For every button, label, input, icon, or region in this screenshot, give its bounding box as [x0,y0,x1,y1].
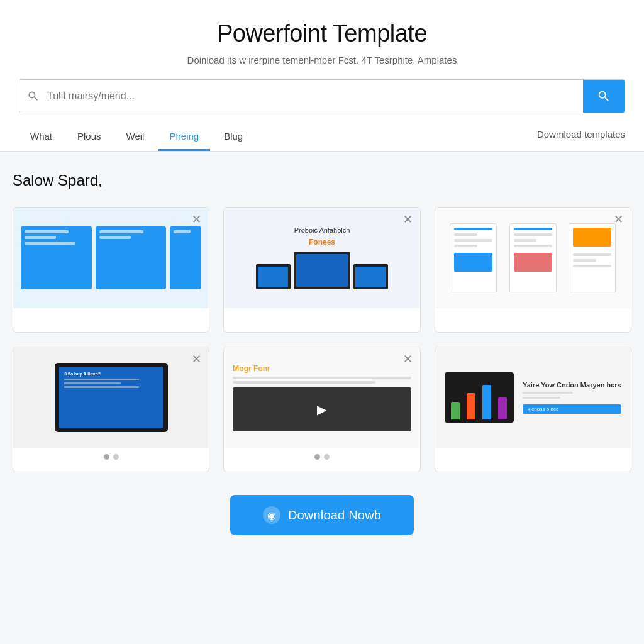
doc-col-1 [450,223,497,292]
doc-line [454,228,492,230]
card-5-dots [224,448,419,466]
doc-col-2 [509,223,557,292]
laptop-outer: 0.5o bup A llovn? [55,363,168,432]
nav-tabs: What Plous Weil Pheing Blug Dowmload tem… [13,125,631,151]
doc-col-3 [569,223,616,292]
template-card-4[interactable]: ✕ 0.5o bup A llovn? [13,347,209,472]
bar-green [451,402,460,419]
card-4-close-button[interactable]: ✕ [192,353,201,365]
search-input[interactable] [47,82,583,111]
mini-slide-1 [21,226,92,289]
card-2-close-button[interactable]: ✕ [403,214,413,225]
slide-bar [99,236,131,239]
tab-weil[interactable]: Weil [115,125,156,151]
section-title: Salow Spard, [13,172,631,189]
mini-slide-3 [170,226,201,289]
monitor-screen [296,254,348,287]
download-button-wrap: ◉ Download Nowb [13,495,631,535]
laptop-bar [64,379,139,380]
page-title: Powerfoint Template [13,20,631,47]
card5-line [233,377,411,379]
template-card-1[interactable]: ✕ [13,207,209,333]
laptop-bar [64,382,120,384]
doc-line [573,265,611,267]
doc-line [573,253,611,256]
card-6-text: Yaire Yow Cndon Maryen hcrs k.cnoris 5 o… [523,381,621,414]
template-card-5[interactable]: ✕ Mogr Fonr ▶ [223,347,420,472]
bar-blue [482,385,491,419]
mini-slide-2 [96,226,167,289]
template-card-3[interactable]: ✕ [435,207,631,333]
card-6-preview: Yaire Yow Cndon Maryen hcrs k.cnoris 5 o… [435,347,631,448]
card-6-btn: k.cnoris 5 occ [523,404,621,414]
template-card-6[interactable]: Yaire Yow Cndon Maryen hcrs k.cnoris 5 o… [435,347,631,472]
tab-what[interactable]: What [19,125,64,151]
laptop-screen-text: 0.5o bup A llovn? [64,372,158,376]
monitor-group [256,252,388,289]
monitor-main [294,252,350,289]
card-2-brand: Fonees [309,238,335,247]
card-5-close-button[interactable]: ✕ [403,353,413,365]
card-2-top-text: Proboic Anfaholcn [294,226,350,234]
doc-line [573,259,596,262]
card-4-preview: 0.5o bup A llovn? [13,347,209,448]
dot [113,454,119,460]
download-now-button[interactable]: ◉ Download Nowb [230,495,414,535]
bar-purple [498,397,507,419]
bar-orange [467,393,475,419]
bar-chart-monitor [445,372,514,423]
monitor-small-2 [353,264,388,289]
slide-bar [25,236,56,239]
doc-img-top [573,228,611,247]
search-bar [19,79,625,113]
card-2-preview: Proboic Anfaholcn Fonees [224,208,419,308]
search-icon [19,90,47,103]
card-3-close-button[interactable]: ✕ [614,214,623,225]
page-subtitle: Doinload its w irerpine temenl-mper Fcst… [13,55,631,65]
search-button[interactable] [583,80,625,113]
doc-line [514,233,552,236]
doc-line [514,228,552,230]
dot [324,454,330,460]
card-5-preview: Mogr Fonr ▶ [224,347,419,448]
slide-bar [174,230,191,233]
card6-line [523,397,560,399]
slide-bar [25,242,75,245]
doc-img-box-red [514,253,552,272]
monitor-small-screen [258,267,288,287]
laptop-bar [64,386,139,388]
tab-pheing[interactable]: Pheing [158,125,210,151]
dot [104,454,109,460]
doc-line [514,245,552,247]
monitor-small-screen-2 [355,267,386,287]
doc-line [454,239,492,242]
card6-line [523,392,573,394]
doc-line [514,239,537,242]
card-6-title: Yaire Yow Cndon Maryen hcrs [523,381,621,389]
doc-line [454,233,477,236]
main-content: Salow Spard, ✕ ✕ [0,152,644,554]
tab-blug[interactable]: Blug [213,125,254,151]
doc-img-box [454,253,492,272]
nav-download-link[interactable]: Dowmload templates [537,129,625,147]
card-5-title: Mogr Fonr [233,364,411,373]
doc-line [454,245,477,247]
card-5-video: ▶ [233,387,411,431]
download-btn-label: Download Nowb [288,508,381,523]
card-4-dots [13,448,209,466]
card-1-close-button[interactable]: ✕ [192,214,201,225]
card-1-preview [13,208,209,308]
slide-bar [25,230,69,233]
download-btn-icon: ◉ [263,506,280,524]
dot [314,454,320,460]
monitor-small [256,264,291,289]
laptop-screen: 0.5o bup A llovn? [59,367,163,428]
card-3-preview [435,208,631,308]
card-5-text-lines [233,377,411,384]
slide-bar [99,230,143,233]
template-grid: ✕ ✕ Proboic Anfaholcn [13,207,631,472]
card5-line [233,381,375,384]
header: Powerfoint Template Doinload its w irerp… [0,0,644,152]
template-card-2[interactable]: ✕ Proboic Anfaholcn Fonees [223,207,420,333]
tab-plous[interactable]: Plous [66,125,113,151]
